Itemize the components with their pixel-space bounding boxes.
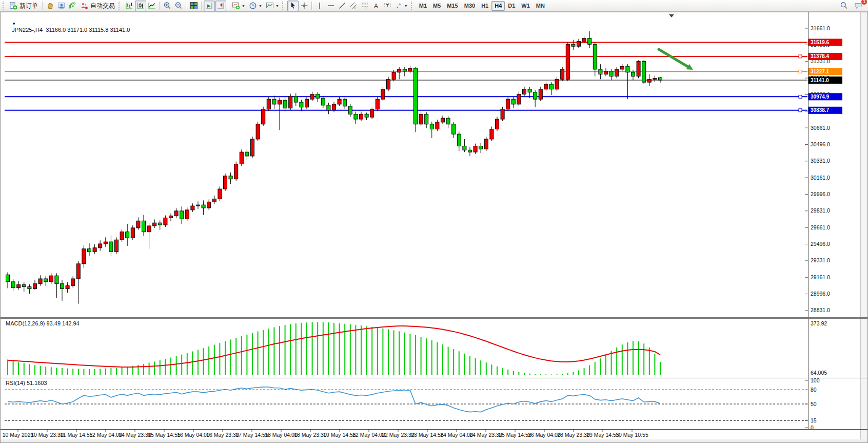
new-order-label: 新订单 [18, 2, 39, 10]
templates-button[interactable]: ▼ [264, 1, 281, 11]
hline-handle[interactable] [799, 70, 802, 73]
candle [360, 114, 363, 119]
timeframe-w1[interactable]: W1 [518, 1, 533, 11]
separator [186, 2, 187, 10]
chevron-down-icon[interactable]: ▼ [241, 4, 246, 8]
chart-canvas[interactable]: 31661.031496.031331.031161.030996.030831… [1, 12, 867, 442]
timeframe-d1[interactable]: D1 [505, 1, 518, 11]
candle [207, 202, 211, 208]
arrows-button[interactable]: ▼ [393, 1, 410, 11]
candle [131, 228, 134, 238]
time-axis[interactable] [1, 430, 808, 440]
text-button[interactable]: A [370, 1, 382, 11]
candle [158, 223, 162, 225]
timeframe-h4[interactable]: H4 [491, 1, 505, 11]
market-button[interactable] [45, 1, 56, 11]
text-label-button[interactable]: T [382, 1, 393, 11]
chart-shift-button[interactable] [215, 1, 226, 11]
zoom-out-icon [174, 2, 183, 10]
candle [164, 218, 167, 225]
chart-shift-marker[interactable] [669, 14, 674, 17]
candle [534, 92, 537, 100]
auto-trading-button[interactable]: 自动交易 [78, 1, 117, 11]
hline-handle[interactable] [799, 109, 802, 112]
candle [398, 69, 401, 72]
candle [496, 119, 499, 129]
candle [582, 38, 586, 42]
chevron-down-icon[interactable]: ▼ [404, 4, 408, 8]
chart-menu-triangle-icon[interactable]: ▼ [12, 22, 16, 26]
timeframe-m5[interactable]: M5 [430, 1, 444, 11]
indicators-button[interactable]: ▼ [230, 1, 247, 11]
candle [76, 264, 80, 279]
candle [115, 240, 119, 252]
line-chart-button[interactable] [146, 1, 157, 11]
crosshair-button[interactable] [299, 1, 310, 11]
community-button[interactable] [56, 1, 67, 11]
timeframe-m15[interactable]: M15 [444, 1, 461, 11]
candle [593, 44, 597, 69]
candle [441, 118, 445, 122]
auto-scroll-icon [205, 2, 213, 10]
candle [653, 78, 657, 79]
candle [479, 146, 483, 149]
toolbar-grip [119, 2, 122, 10]
candle [430, 124, 433, 129]
candle [305, 99, 309, 107]
hline-handle[interactable] [799, 95, 802, 98]
fibonacci-button[interactable]: F [359, 1, 370, 11]
zoom-in-button[interactable] [162, 1, 173, 11]
vertical-line-button[interactable] [314, 1, 325, 11]
candle [283, 100, 287, 108]
candle [609, 71, 613, 76]
zoom-out-button[interactable] [173, 1, 184, 11]
separator [201, 2, 202, 10]
candle [484, 139, 488, 149]
candle [566, 44, 569, 79]
toolbar-grip [3, 2, 6, 10]
periods-button[interactable]: ▼ [247, 1, 264, 11]
search-button[interactable] [838, 1, 850, 11]
timeframe-h1[interactable]: H1 [478, 1, 491, 11]
candle [245, 152, 249, 156]
candle [22, 285, 26, 287]
candle [196, 205, 200, 206]
candlestick-chart-button[interactable] [135, 1, 146, 11]
text-icon: A [372, 2, 380, 10]
signals-button[interactable] [67, 1, 78, 11]
candle [147, 226, 151, 232]
separator [42, 2, 43, 10]
arrows-icon [394, 2, 403, 10]
candle [539, 89, 542, 99]
notification-badge: 1 [861, 0, 867, 5]
auto-scroll-button[interactable] [204, 1, 215, 11]
candle [38, 279, 42, 284]
candle [490, 129, 494, 139]
timeframe-m1[interactable]: M1 [416, 1, 430, 11]
bar-chart-button[interactable] [124, 1, 135, 11]
chevron-down-icon[interactable]: ▼ [275, 4, 280, 8]
trendline-button[interactable] [337, 1, 348, 11]
timeframe-m30[interactable]: M30 [461, 1, 478, 11]
candle [310, 94, 314, 99]
horizontal-line-button[interactable] [325, 1, 337, 11]
new-order-button[interactable]: 新订单 [8, 1, 41, 11]
candle [468, 150, 472, 152]
candle [561, 69, 564, 79]
chart-area[interactable]: 31661.031496.031331.031161.030996.030831… [0, 12, 868, 443]
equidistant-channel-button[interactable]: E [348, 1, 359, 11]
notifications-button[interactable]: 1 [853, 1, 864, 11]
candle [33, 284, 37, 289]
rsi-line [8, 387, 660, 412]
candle [272, 99, 276, 104]
hline-handle[interactable] [799, 55, 802, 58]
cursor-button[interactable] [287, 1, 299, 11]
tile-windows-button[interactable] [188, 1, 200, 11]
arrow-annotation[interactable] [659, 49, 688, 67]
chevron-down-icon[interactable]: ▼ [258, 4, 263, 8]
price-axis[interactable] [808, 12, 860, 429]
candle [224, 176, 227, 189]
candle [403, 69, 406, 71]
candle [66, 286, 69, 289]
timeframe-mn[interactable]: MN [533, 1, 548, 11]
